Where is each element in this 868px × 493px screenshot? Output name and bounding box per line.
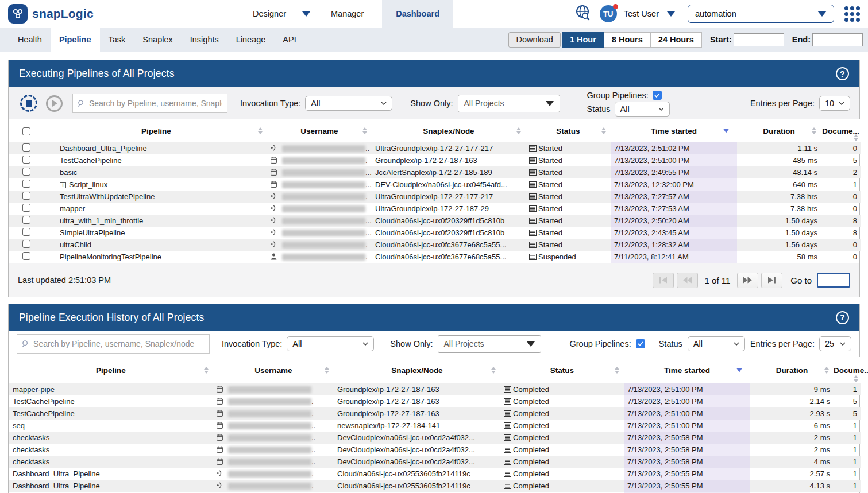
- table-row[interactable]: TestCachePipeline.Groundplex/ip-172-27-1…: [9, 154, 861, 166]
- designer-caret-icon[interactable]: [302, 11, 310, 17]
- resume-pipeline-button[interactable]: [46, 95, 63, 112]
- org-select[interactable]: automation: [688, 5, 834, 23]
- row-checkbox[interactable]: [22, 192, 30, 200]
- row-checkbox[interactable]: [22, 228, 30, 236]
- table-row[interactable]: +Script_linux...DEV-Cloudplex/na06sl-jcc…: [9, 178, 861, 191]
- tab-lineage[interactable]: Lineage: [227, 28, 275, 52]
- next-page-button[interactable]: [737, 273, 758, 288]
- status-cell: Completed: [500, 407, 624, 420]
- table-row[interactable]: ultraChild.Cloud/na06sl-jcc-ux0fc3677e68…: [9, 239, 861, 251]
- invocation-type-select[interactable]: All: [305, 96, 392, 111]
- time-started-cell: 7/13/2023, 12:32:00 PM: [611, 178, 737, 191]
- status-cell: Started: [526, 191, 611, 203]
- show-only-select[interactable]: All Projects: [438, 335, 541, 353]
- row-checkbox[interactable]: [22, 240, 30, 248]
- row-checkbox[interactable]: [22, 143, 30, 152]
- status-filter-label: Status: [587, 104, 611, 114]
- last-page-button[interactable]: [761, 273, 782, 288]
- table-row[interactable]: Dashboard_Ultra_Pipeline.Cloud/na06sl-jc…: [9, 480, 861, 492]
- table-row[interactable]: SimpleUltraPipeline...Cloud/na06sl-jcc-u…: [9, 227, 861, 239]
- previous-page-button[interactable]: [677, 273, 698, 288]
- nav-manager[interactable]: Manager: [325, 0, 369, 28]
- sort-icon[interactable]: [615, 367, 619, 374]
- row-checkbox[interactable]: [22, 216, 30, 224]
- row-checkbox[interactable]: [22, 204, 30, 212]
- tab-task[interactable]: Task: [100, 28, 134, 52]
- group-pipelines-checkbox[interactable]: [636, 339, 645, 348]
- duration-cell: 7.38 hrs: [737, 203, 821, 215]
- sort-icon[interactable]: [204, 367, 209, 374]
- duration-cell: 2.14 s: [750, 395, 834, 407]
- table-row[interactable]: TestUltraWithUpdatePipeline.UltraGroundp…: [9, 191, 861, 203]
- history-search-input[interactable]: [33, 339, 205, 348]
- table-row[interactable]: basic...JccAlertSnaplex/ip-172-27-185-18…: [9, 166, 861, 178]
- executing-search-input[interactable]: [89, 99, 222, 108]
- group-pipelines-checkbox[interactable]: [653, 91, 662, 100]
- nav-designer[interactable]: Designer: [247, 0, 292, 28]
- entries-per-page-value: 25: [825, 339, 834, 348]
- tab-pipeline[interactable]: Pipeline: [51, 28, 100, 52]
- sort-icon[interactable]: [824, 367, 829, 374]
- tab-health[interactable]: Health: [9, 28, 51, 52]
- sort-icon[interactable]: [854, 134, 858, 141]
- help-icon[interactable]: ?: [836, 311, 849, 324]
- range-8-hours-button[interactable]: 8 Hours: [604, 32, 651, 48]
- entries-per-page-label: Entries per Page:: [750, 99, 815, 108]
- select-all-checkbox[interactable]: [22, 127, 30, 135]
- sort-icon[interactable]: [812, 127, 816, 134]
- table-row[interactable]: mapperUltraGroundplex/ip-172-27-187-29St…: [9, 203, 861, 215]
- sort-icon[interactable]: [601, 127, 606, 134]
- table-row[interactable]: PipelineMonitoringTestPipeline.Cloud/na0…: [9, 251, 861, 263]
- first-page-button[interactable]: [653, 273, 674, 288]
- download-button[interactable]: Download: [508, 32, 561, 48]
- start-date-input[interactable]: [734, 33, 784, 46]
- row-checkbox[interactable]: [22, 252, 30, 260]
- user-avatar[interactable]: TU: [600, 5, 617, 22]
- sort-icon[interactable]: [491, 367, 496, 374]
- show-only-value: All Projects: [464, 99, 504, 108]
- tab-snaplex[interactable]: Snaplex: [134, 28, 181, 52]
- show-only-select[interactable]: All Projects: [458, 95, 560, 112]
- table-row[interactable]: Dashboard_Ultra_Pipeline..UltraGroundple…: [9, 142, 861, 154]
- end-date-input[interactable]: [812, 33, 863, 46]
- global-search-icon[interactable]: [574, 3, 593, 25]
- table-row[interactable]: mapper-pipeGroundplex/ip-172-27-187-163C…: [9, 383, 861, 395]
- username-cell: .: [267, 191, 372, 203]
- range-24-hours-button[interactable]: 24 Hours: [650, 32, 702, 48]
- status-filter-select[interactable]: All: [615, 102, 670, 117]
- table-row[interactable]: TestCachePipeline.Groundplex/ip-172-27-1…: [9, 407, 861, 420]
- apps-grid-icon[interactable]: [844, 6, 860, 22]
- sort-desc-icon[interactable]: [736, 368, 742, 372]
- table-row[interactable]: checktasks..DevCloudplex/na06sl-jcc-ux0c…: [9, 444, 861, 456]
- user-menu-caret-icon[interactable]: [667, 11, 675, 17]
- stop-pipeline-button[interactable]: [20, 95, 37, 112]
- duration-cell: 2 ms: [750, 432, 834, 444]
- table-row[interactable]: checktasks..DevCloudplex/na06sl-jcc-ux0c…: [9, 456, 861, 468]
- sort-icon[interactable]: [854, 375, 858, 382]
- sort-icon[interactable]: [258, 127, 263, 134]
- sort-desc-icon[interactable]: [723, 129, 729, 133]
- entries-per-page-select[interactable]: 10: [819, 96, 850, 111]
- sort-icon[interactable]: [516, 127, 521, 134]
- range-1-hour-button[interactable]: 1 Hour: [562, 32, 604, 48]
- table-row[interactable]: ultra_with_1_min_throttle...Cloud/na06sl…: [9, 215, 861, 227]
- status-filter-select[interactable]: All: [688, 336, 745, 351]
- entries-per-page-select[interactable]: 25: [819, 336, 851, 351]
- row-checkbox[interactable]: [22, 156, 30, 164]
- row-checkbox[interactable]: [22, 180, 30, 188]
- sort-icon[interactable]: [362, 127, 367, 134]
- tab-insights[interactable]: Insights: [182, 28, 227, 52]
- snaplogic-logo-icon[interactable]: [8, 4, 28, 24]
- invocation-type-select[interactable]: All: [287, 336, 374, 351]
- table-row[interactable]: seq..newsnaplex/ip-172-27-184-141Complet…: [9, 420, 861, 432]
- sort-icon[interactable]: [325, 367, 329, 374]
- table-row[interactable]: Dashboard_Ultra_Pipeline.Cloud/na06sl-jc…: [9, 468, 861, 480]
- table-row[interactable]: checktasks..DevCloudplex/na06sl-jcc-ux0c…: [9, 432, 861, 444]
- go-to-page-input[interactable]: [817, 273, 850, 288]
- help-icon[interactable]: ?: [836, 67, 849, 80]
- expand-icon[interactable]: +: [60, 182, 66, 188]
- nav-dashboard[interactable]: Dashboard: [382, 0, 453, 28]
- row-checkbox[interactable]: [22, 168, 30, 176]
- tab-api[interactable]: API: [274, 28, 304, 52]
- table-row[interactable]: TestCachePipeline.Groundplex/ip-172-27-1…: [9, 395, 861, 407]
